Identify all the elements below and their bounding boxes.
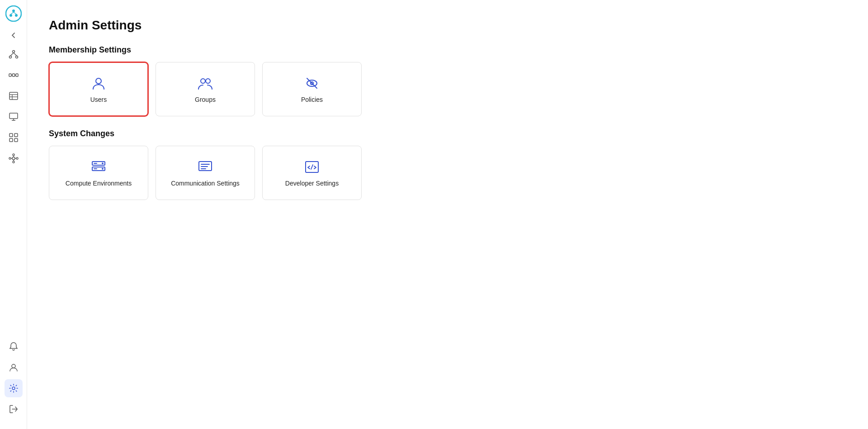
svg-point-37 [12,387,15,390]
sidebar-item-nodes[interactable] [5,45,23,63]
card-developer-settings[interactable]: Developer Settings [262,146,362,200]
card-developer-settings-label: Developer Settings [285,180,339,187]
svg-rect-23 [9,133,13,137]
membership-cards-grid: Users Groups [49,62,846,116]
policies-icon [304,75,320,91]
svg-point-40 [201,79,205,83]
sidebar-item-grid[interactable] [5,129,23,147]
svg-point-8 [15,56,18,58]
svg-rect-16 [9,92,18,100]
app-logo[interactable] [5,5,22,22]
compute-environments-icon [90,159,107,175]
svg-line-10 [14,53,17,56]
svg-point-6 [12,51,14,53]
developer-settings-icon [304,159,320,175]
sidebar-collapse-button[interactable] [7,29,20,42]
sidebar-item-user-profile[interactable] [5,358,23,377]
sidebar [0,0,27,429]
main-content: Admin Settings Membership Settings Users [27,0,868,429]
svg-rect-12 [12,74,14,76]
sidebar-item-table[interactable] [5,87,23,105]
card-communication-settings[interactable]: Communication Settings [156,146,255,200]
membership-settings-title: Membership Settings [49,45,846,55]
communication-settings-icon [197,159,213,175]
card-compute-environments[interactable]: Compute Environments [49,146,148,200]
svg-point-30 [9,157,11,159]
svg-point-28 [13,154,14,156]
card-groups-label: Groups [195,96,216,103]
svg-point-2 [9,14,12,17]
svg-point-7 [9,56,11,58]
svg-rect-51 [199,162,212,171]
svg-point-47 [102,162,104,164]
sidebar-bottom [1,338,26,424]
card-communication-settings-label: Communication Settings [171,180,240,187]
sidebar-item-network[interactable] [5,149,23,167]
svg-point-27 [12,157,15,160]
sidebar-item-pipelines[interactable] [5,66,23,84]
svg-point-3 [15,14,18,17]
svg-rect-13 [16,74,18,76]
svg-line-56 [311,165,313,169]
card-users-label: Users [90,96,107,103]
card-policies-label: Policies [301,96,323,103]
system-changes-title: System Changes [49,129,846,138]
svg-line-9 [10,53,14,56]
svg-line-4 [11,12,14,14]
svg-rect-11 [9,74,11,76]
svg-point-41 [206,79,210,83]
card-compute-environments-label: Compute Environments [66,180,132,187]
svg-point-48 [102,168,104,170]
groups-icon [197,75,213,91]
svg-point-31 [13,161,14,163]
card-users[interactable]: Users [49,62,148,116]
svg-line-5 [14,12,16,14]
svg-point-29 [16,157,18,159]
svg-rect-20 [9,113,18,119]
sidebar-item-logout[interactable] [5,400,23,418]
sidebar-item-settings[interactable] [5,379,23,397]
svg-point-1 [12,10,15,12]
svg-point-36 [12,364,15,368]
svg-point-0 [6,6,21,21]
sidebar-nav [0,45,27,338]
system-changes-cards-grid: Compute Environments Communication Setti… [49,146,846,200]
card-policies[interactable]: Policies [262,62,362,116]
user-icon [90,75,107,91]
svg-point-39 [96,78,101,84]
card-groups[interactable]: Groups [156,62,255,116]
svg-rect-26 [14,138,18,142]
sidebar-item-monitor[interactable] [5,108,23,126]
svg-rect-25 [9,138,13,142]
sidebar-item-notifications[interactable] [5,338,23,356]
page-title: Admin Settings [49,18,846,33]
svg-rect-24 [14,133,18,137]
